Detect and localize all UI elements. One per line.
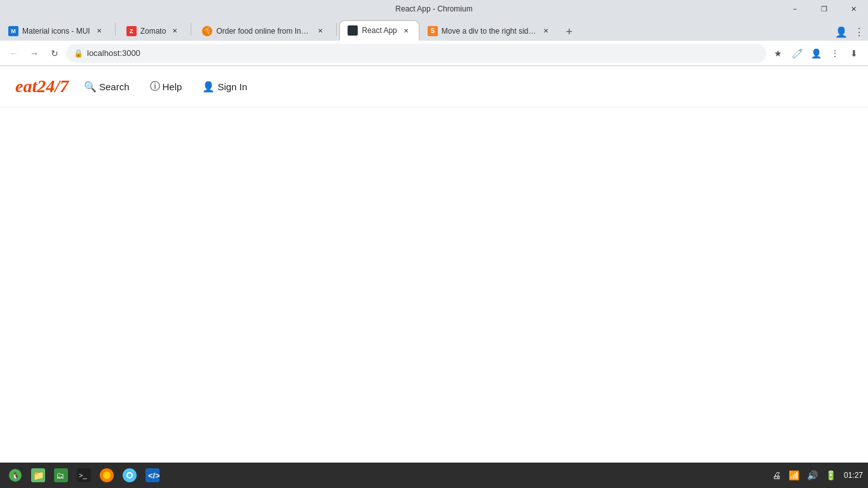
search-icon: 🔍 [84, 81, 97, 93]
firefox-icon[interactable] [97, 465, 117, 485]
tab-close-zomato[interactable]: ✕ [170, 26, 180, 36]
extensions-button[interactable]: 🧷 [788, 44, 806, 62]
person-icon: 👤 [202, 81, 215, 93]
svg-text:📁: 📁 [33, 470, 44, 481]
files-icon[interactable]: 📁 [28, 465, 48, 485]
search-label: Search [99, 81, 130, 92]
address-bar-input-wrap[interactable]: 🔒 localhost:3000 [66, 44, 766, 63]
file-manager-icon[interactable]: 🗂 [51, 465, 71, 485]
tab-label-react: React App [362, 26, 397, 35]
tab-separator-2 [191, 23, 191, 36]
tab-close-material[interactable]: ✕ [94, 26, 104, 36]
forward-button[interactable]: → [25, 44, 43, 62]
taskbar-right: 🖨 📶 🔊 🔋 01:27 [772, 470, 863, 480]
help-label: Help [163, 81, 182, 92]
logo: eat24/7 [15, 76, 69, 97]
address-bar-actions: ★ 🧷 👤 ⋮ ⬇ [769, 44, 863, 62]
title-bar-text: React App - Chromium [395, 4, 472, 13]
menu-button[interactable]: ⋮ [850, 23, 868, 41]
signin-label: Sign In [217, 81, 247, 92]
bookmark-button[interactable]: ★ [769, 44, 787, 62]
address-bar: ← → ↻ 🔒 localhost:3000 ★ 🧷 👤 ⋮ ⬇ [0, 41, 868, 66]
window-controls: − ❒ ✕ [780, 0, 868, 18]
tab-label-zomato: Zomato [140, 27, 166, 36]
linux-icon[interactable]: 🐧 [5, 465, 25, 485]
svg-point-9 [103, 471, 111, 479]
tab-close-react[interactable]: ✕ [401, 25, 411, 36]
refresh-button[interactable]: ↻ [46, 44, 64, 62]
search-nav-item[interactable]: 🔍 Search [79, 78, 135, 95]
wifi-icon: 📶 [789, 470, 799, 480]
minimize-button[interactable]: − [780, 0, 810, 18]
svg-text:🗂: 🗂 [56, 471, 64, 480]
account-button[interactable]: 👤 [807, 44, 825, 62]
svg-text:</>: </> [148, 471, 159, 480]
title-bar: React App - Chromium − ❒ ✕ [0, 0, 868, 18]
tab-stackoverflow[interactable]: S Move a div to the right side o ✕ [419, 20, 559, 41]
svg-point-12 [128, 473, 132, 477]
tab-label-so: Move a div to the right side o [442, 27, 537, 36]
help-icon: ⓘ [150, 80, 160, 93]
taskbar-time: 01:27 [844, 471, 863, 480]
profile-button[interactable]: 👤 [832, 23, 850, 41]
restore-button[interactable]: ❒ [810, 0, 839, 18]
lock-icon: 🔒 [74, 49, 83, 58]
new-tab-button[interactable]: + [559, 23, 580, 41]
tab-label-material: Material icons - MUI [22, 27, 90, 36]
tab-favicon-zomato: Z [126, 26, 137, 36]
terminal-icon[interactable]: >_ [74, 465, 94, 485]
tab-bar: M Material icons - MUI ✕ Z Zomato ✕ 🍕 Or… [0, 18, 868, 41]
vscode-icon[interactable]: </> [142, 465, 163, 485]
battery-icon: 🔋 [825, 470, 836, 480]
tab-favicon-swiggy: 🍕 [202, 26, 212, 36]
browser-chrome: React App - Chromium − ❒ ✕ M Material ic… [0, 0, 868, 66]
address-text: localhost:3000 [87, 48, 759, 58]
tab-material[interactable]: M Material icons - MUI ✕ [0, 20, 112, 41]
download-indicator[interactable]: ⬇ [845, 44, 863, 62]
tab-close-so[interactable]: ✕ [541, 26, 551, 36]
svg-text:>_: >_ [79, 471, 87, 479]
taskbar: 🐧 📁 🗂 >_ </> 🖨 📶 🔊 🔋 01:27 [0, 463, 868, 488]
browser-menu-button[interactable]: ⋮ [826, 44, 844, 62]
navbar: eat24/7 🔍 Search ⓘ Help 👤 Sign In [0, 66, 868, 107]
signin-nav-item[interactable]: 👤 Sign In [197, 78, 252, 95]
close-button[interactable]: ✕ [839, 0, 868, 18]
tab-zomato[interactable]: Z Zomato ✕ [118, 20, 189, 41]
help-nav-item[interactable]: ⓘ Help [145, 78, 187, 96]
tab-separator-3 [336, 23, 337, 36]
tab-favicon-react: ⚛ [348, 25, 358, 36]
tab-close-swiggy[interactable]: ✕ [315, 26, 325, 36]
svg-text:🐧: 🐧 [11, 471, 20, 480]
tab-react[interactable]: ⚛ React App ✕ [339, 20, 419, 41]
chromium-icon[interactable] [119, 465, 140, 485]
network-icon: 🖨 [772, 470, 781, 480]
tab-favicon-so: S [428, 26, 438, 36]
tab-favicon-material: M [8, 26, 18, 36]
tab-label-swiggy: Order food online from India' [216, 27, 311, 36]
tab-separator-1 [115, 23, 116, 36]
page-content: eat24/7 🔍 Search ⓘ Help 👤 Sign In [0, 66, 868, 463]
volume-icon: 🔊 [807, 470, 818, 480]
back-button[interactable]: ← [5, 44, 23, 62]
tab-swiggy[interactable]: 🍕 Order food online from India' ✕ [194, 20, 334, 41]
